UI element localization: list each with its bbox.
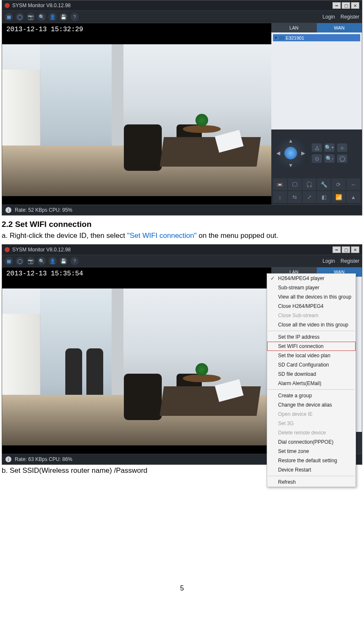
grid-icon[interactable]: ▦ (5, 13, 13, 21)
arrow-right-icon[interactable]: ▶ (301, 150, 305, 156)
menu-item-dial-connection-pppoe[interactable]: Dial connection(PPPOE) (267, 437, 356, 447)
close-icon[interactable] (5, 247, 10, 252)
side-panel: LAN WAN ▾ E321901 ▲ ▼ ◀ ▶ (271, 23, 362, 205)
info-icon: i (5, 456, 11, 462)
context-menu: H264/MPEG4 playerSub-stream playerView a… (267, 273, 356, 487)
login-link[interactable]: Login (323, 258, 335, 264)
titlebar: SYSM Monitor V8.0.12.98 ━ ▢ ✕ (2, 0, 362, 11)
snapshot-icon[interactable]: 📷 (27, 257, 35, 265)
record-tool-icon[interactable]: 📼 (273, 178, 287, 190)
minimize-button[interactable]: ━ (332, 246, 341, 253)
toolbar: ▦ ◯ 📷 🔍 👤 💾 ? Login Register (2, 255, 362, 267)
camera-icon (279, 36, 284, 40)
zoom-triangle-icon[interactable]: △ (312, 143, 322, 152)
iris-icon[interactable]: ◯ (337, 154, 347, 163)
menu-item-sub-stream-player[interactable]: Sub-stream player (267, 283, 356, 292)
menu-item-create-a-group[interactable]: Create a group (267, 391, 356, 400)
status-text: Rate: 63 KBps CPU: 86% (15, 456, 72, 462)
menu-item-change-the-device-alias[interactable]: Change the device alias (267, 400, 356, 410)
save-icon[interactable]: 💾 (59, 257, 68, 265)
camera-scene (2, 288, 271, 445)
page-number: 5 (2, 585, 362, 601)
section-heading: 2.2 Set WIFI connection (2, 220, 362, 229)
help-icon[interactable]: ? (70, 257, 79, 265)
menu-item-device-restart[interactable]: Device Restart (267, 465, 356, 474)
menu-item-close-h264-mpeg4[interactable]: Close H264/MPEG4 (267, 302, 356, 311)
tab-wan[interactable]: WAN (317, 23, 362, 32)
arrow-left-icon[interactable]: ◀ (276, 150, 280, 156)
alert-icon[interactable]: ▲ (346, 191, 360, 203)
menu-item-set-3g: Set 3G (267, 419, 356, 428)
grid-icon[interactable]: ▦ (5, 257, 13, 265)
monitor-tool-icon[interactable]: 🖵 (288, 178, 302, 190)
menu-item-close-sub-stream: Close Sub-stream (267, 311, 356, 320)
register-link[interactable]: Register (340, 258, 359, 264)
app-window-1: SYSM Monitor V8.0.12.98 ━ ▢ ✕ ▦ ◯ 📷 🔍 👤 … (2, 0, 362, 216)
video-timestamp: 2013-12-13 15:32:29 (6, 26, 83, 33)
menu-item-set-the-local-video-plan[interactable]: Set the local video plan (267, 351, 356, 360)
step-a-pre: a. Right-click the device ID, then selec… (2, 232, 127, 240)
statusbar: i Rate: 52 KBps CPU: 95% (2, 205, 362, 215)
step-a: a. Right-click the device ID, then selec… (2, 232, 362, 240)
swap-icon[interactable]: ⇆ (288, 191, 302, 203)
register-link[interactable]: Register (340, 14, 359, 20)
menu-item-set-wifi-connection[interactable]: Set WIFI connection (267, 342, 356, 351)
record-icon[interactable]: ◯ (16, 13, 24, 21)
window-title: SYSM Monitor V8.0.12.98 (12, 3, 332, 8)
settings-tool-icon[interactable]: 🔧 (317, 178, 331, 190)
user-icon[interactable]: 👤 (48, 257, 57, 265)
split-icon[interactable]: ◧ (317, 191, 331, 203)
brightness-icon[interactable]: ☼ (337, 143, 347, 152)
close-button[interactable]: ✕ (351, 2, 359, 9)
menu-item-close-all-the-video-in-this-group[interactable]: Close all the video in this group (267, 320, 356, 329)
refresh-icon[interactable] (284, 147, 297, 159)
flip-h-icon[interactable]: ↔ (346, 178, 360, 190)
titlebar: SYSM Monitor V8.0.12.98 ━ ▢ ✕ (2, 245, 362, 255)
menu-item-h264-mpeg4-player[interactable]: H264/MPEG4 player (267, 274, 356, 283)
flip-v-icon[interactable]: ↕ (273, 191, 287, 203)
device-list: ▾ E321901 (271, 32, 362, 129)
close-icon[interactable] (5, 3, 10, 8)
help-icon[interactable]: ? (70, 13, 79, 21)
save-icon[interactable]: 💾 (59, 13, 68, 21)
maximize-button[interactable]: ▢ (342, 2, 350, 9)
menu-item-sd-card-configuration[interactable]: SD Card Configuration (267, 360, 356, 369)
arrow-down-icon[interactable]: ▼ (288, 162, 293, 168)
menu-item-set-the-ip-address[interactable]: Set the IP address (267, 332, 356, 342)
menu-item-view-all-the-devices-in-this-group[interactable]: View all the devices in this group (267, 292, 356, 302)
zoom-out-icon[interactable]: 🔍- (324, 154, 335, 163)
focus-diamond-icon[interactable]: ◇ (312, 154, 322, 163)
search-icon[interactable]: 🔍 (37, 257, 46, 265)
menu-item-restore-the-default-setting[interactable]: Restore the default setting (267, 456, 356, 465)
expand-icon[interactable]: ⤢ (302, 191, 316, 203)
login-link[interactable]: Login (323, 14, 335, 20)
minimize-button[interactable]: ━ (332, 2, 341, 9)
device-item[interactable]: ▾ E321901 (273, 34, 360, 41)
tab-lan[interactable]: LAN (271, 23, 317, 32)
search-icon[interactable]: 🔍 (37, 13, 46, 21)
arrow-up-icon[interactable]: ▲ (288, 138, 293, 144)
record-icon[interactable]: ◯ (16, 257, 24, 265)
video-viewport[interactable]: 2013-12-13 15:32:29 (2, 23, 271, 205)
toolbar: ▦ ◯ 📷 🔍 👤 💾 ? Login Register (2, 11, 362, 23)
close-button[interactable]: ✕ (351, 246, 359, 253)
snapshot-icon[interactable]: 📷 (27, 13, 35, 21)
zoom-in-icon[interactable]: 🔍+ (324, 143, 335, 152)
wifi-icon[interactable]: 📶 (332, 191, 345, 203)
user-icon[interactable]: 👤 (48, 13, 57, 21)
ptz-panel: ▲ ▼ ◀ ▶ △ 🔍+ ☼ ◇ 🔍- ◯ (271, 129, 362, 177)
video-viewport[interactable]: 2013-12-13 15:35:54 (2, 267, 271, 454)
menu-item-refresh[interactable]: Refresh (267, 477, 356, 487)
device-id-label: E321901 (286, 35, 304, 40)
menu-item-set-time-zone[interactable]: Set time zone (267, 447, 356, 456)
menu-item-alarm-alerts-email[interactable]: Alarm Alerts(EMail) (267, 379, 356, 388)
ptz-dpad[interactable]: ▲ ▼ ◀ ▶ (274, 136, 308, 170)
menu-item-open-device-ie: Open device IE (267, 410, 356, 419)
refresh-tool-icon[interactable]: ⟳ (332, 178, 345, 190)
step-a-post: on the menu popped out. (197, 232, 278, 240)
audio-tool-icon[interactable]: 🎧 (302, 178, 316, 190)
maximize-button[interactable]: ▢ (342, 246, 350, 253)
menu-item-sd-file-download[interactable]: SD file download (267, 369, 356, 379)
menu-item-delete-remote-device: Delete remote device (267, 428, 356, 437)
camera-scene (2, 44, 271, 196)
